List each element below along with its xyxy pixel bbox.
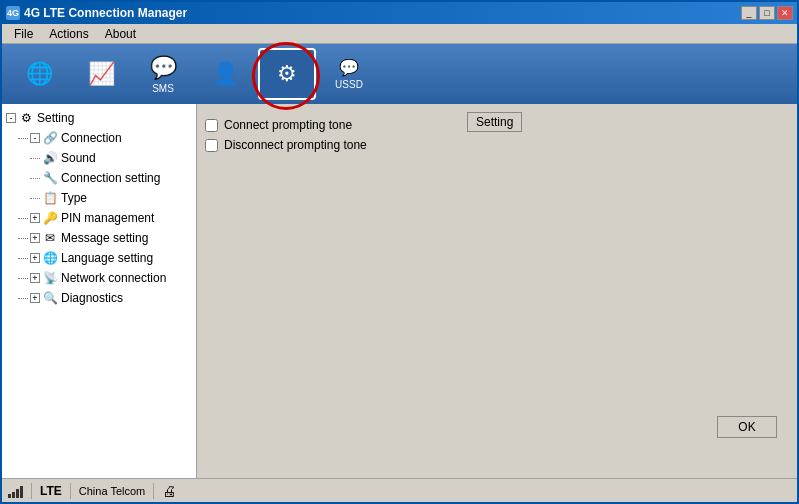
disconnect-prompting-label: Disconnect prompting tone [224,138,367,152]
sidebar-item-diagnostics[interactable]: + 🔍 Diagnostics [2,288,196,308]
panel-setting-label: Setting [467,112,522,132]
type-icon: 📋 [42,190,58,206]
pin-label: PIN management [61,211,154,225]
expand-connection[interactable]: - [30,133,40,143]
menu-bar: File Actions About [2,24,797,44]
sidebar-item-type[interactable]: 📋 Type [2,188,196,208]
message-icon: ✉ [42,230,58,246]
connection-setting-icon: 🔧 [42,170,58,186]
toolbar-sms-button[interactable]: 💬 SMS [134,48,192,100]
usb-segment: 🖨 [162,483,176,499]
connect-prompting-label: Connect prompting tone [224,118,352,132]
toolbar-contacts-button[interactable]: 👤 [196,48,254,100]
app-icon: 4G [6,6,20,20]
carrier-segment: China Telcom [79,485,145,497]
toolbar: 🌐 📈 💬 SMS 👤 ⚙ 💬 USSD [2,44,797,104]
ussd-icon: 💬 [339,58,359,77]
sms-icon: 💬 [150,55,177,81]
expand-network[interactable]: + [30,273,40,283]
contacts-icon: 👤 [212,61,239,87]
toolbar-ussd-button[interactable]: 💬 USSD [320,48,378,100]
sidebar-item-sound[interactable]: 🔊 Sound [2,148,196,168]
network-connection-label: Network connection [61,271,166,285]
sidebar-item-message-setting[interactable]: + ✉ Message setting [2,228,196,248]
expand-diagnostics[interactable]: + [30,293,40,303]
toolbar-stats-button[interactable]: 📈 [72,48,130,100]
window-controls: _ □ ✕ [741,6,793,20]
disconnect-prompting-row: Disconnect prompting tone [205,138,789,152]
signal-segment [8,484,23,498]
diagnostics-label: Diagnostics [61,291,123,305]
ussd-label: USSD [335,79,363,90]
main-window: 4G 4G LTE Connection Manager _ □ ✕ File … [0,0,799,504]
stats-icon: 📈 [88,61,115,87]
connection-setting-label: Connection setting [61,171,160,185]
language-icon: 🌐 [42,250,58,266]
pin-icon: 🔑 [42,210,58,226]
type-label: Type [61,191,87,205]
connect-prompting-checkbox[interactable] [205,119,218,132]
settings-icon: ⚙ [277,61,297,87]
menu-file[interactable]: File [6,25,41,43]
right-panel: Setting Connect prompting tone Disconnec… [197,104,797,478]
toolbar-settings-button[interactable]: ⚙ [258,48,316,100]
setting-label-tree: Setting [37,111,74,125]
connection-label: Connection [61,131,122,145]
sidebar: - ⚙ Setting - 🔗 Connection 🔊 Sound 🔧 [2,104,197,478]
status-divider-3 [153,483,154,499]
connection-icon: 🔗 [42,130,58,146]
signal-bar-2 [12,492,15,498]
sound-icon: 🔊 [42,150,58,166]
lte-label: LTE [40,484,62,498]
title-bar-left: 4G 4G LTE Connection Manager [6,6,187,20]
language-setting-label: Language setting [61,251,153,265]
sms-label: SMS [152,83,174,94]
close-button[interactable]: ✕ [777,6,793,20]
status-divider-2 [70,483,71,499]
maximize-button[interactable]: □ [759,6,775,20]
status-bar: LTE China Telcom 🖨 [2,478,797,502]
menu-about[interactable]: About [97,25,144,43]
status-divider-1 [31,483,32,499]
expand-message[interactable]: + [30,233,40,243]
expand-language[interactable]: + [30,253,40,263]
ok-button[interactable]: OK [717,416,777,438]
menu-actions[interactable]: Actions [41,25,96,43]
window-title: 4G LTE Connection Manager [24,6,187,20]
setting-btn-wrapper: ⚙ [258,48,316,100]
expand-pin[interactable]: + [30,213,40,223]
signal-bar-3 [16,489,19,498]
disconnect-prompting-checkbox[interactable] [205,139,218,152]
minimize-button[interactable]: _ [741,6,757,20]
title-bar: 4G 4G LTE Connection Manager _ □ ✕ [2,2,797,24]
main-content: - ⚙ Setting - 🔗 Connection 🔊 Sound 🔧 [2,104,797,478]
message-setting-label: Message setting [61,231,148,245]
sidebar-item-language-setting[interactable]: + 🌐 Language setting [2,248,196,268]
sidebar-item-setting[interactable]: - ⚙ Setting [2,108,196,128]
signal-bar-4 [20,486,23,498]
sidebar-item-network-connection[interactable]: + 📡 Network connection [2,268,196,288]
setting-icon: ⚙ [18,110,34,126]
usb-icon: 🖨 [162,483,176,499]
sidebar-item-connection-setting[interactable]: 🔧 Connection setting [2,168,196,188]
toolbar-internet-button[interactable]: 🌐 [10,48,68,100]
signal-bar-1 [8,494,11,498]
sidebar-item-connection[interactable]: - 🔗 Connection [2,128,196,148]
signal-bars [8,484,23,498]
expand-setting[interactable]: - [6,113,16,123]
lte-segment: LTE [40,484,62,498]
sound-label: Sound [61,151,96,165]
diagnostics-icon: 🔍 [42,290,58,306]
internet-icon: 🌐 [26,61,53,87]
network-icon: 📡 [42,270,58,286]
carrier-label: China Telcom [79,485,145,497]
sidebar-item-pin-management[interactable]: + 🔑 PIN management [2,208,196,228]
